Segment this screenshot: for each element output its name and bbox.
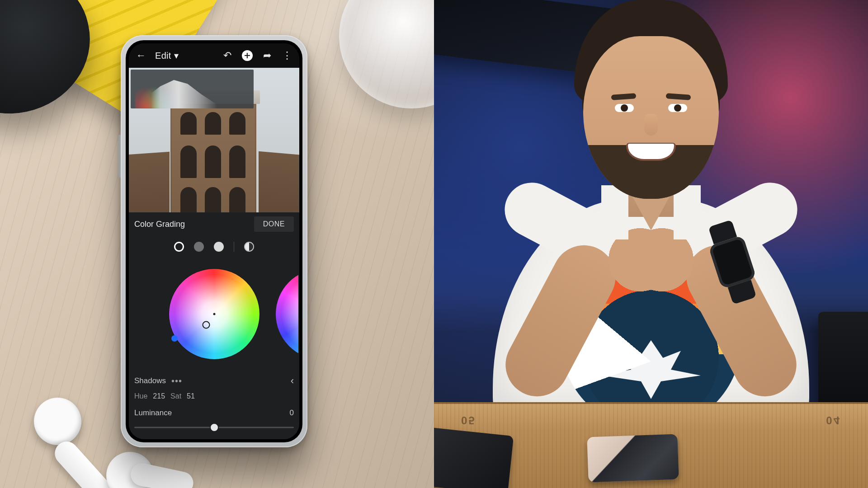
slider-thumb[interactable] — [210, 423, 219, 432]
eyebrow — [611, 93, 637, 100]
sat-label: Sat — [170, 392, 181, 400]
wood-table: 05 04 — [434, 402, 868, 488]
zone-more-icon[interactable]: ••• — [171, 376, 182, 386]
earbud-prop — [34, 398, 81, 445]
done-button[interactable]: DONE — [254, 216, 294, 232]
zone-separator — [234, 242, 235, 252]
glass-prop — [339, 0, 434, 108]
eye — [668, 104, 687, 112]
luminance-label: Luminance — [134, 408, 172, 418]
luminance-slider[interactable] — [134, 421, 294, 434]
eyebrow — [666, 93, 691, 100]
mouth — [626, 143, 676, 161]
wheel-center — [213, 313, 215, 315]
color-grading-panel: Color Grading DONE — [129, 212, 299, 439]
next-wheel-peek[interactable] — [276, 269, 298, 359]
preview-bg — [259, 151, 299, 212]
eye — [615, 104, 634, 112]
zone-name: Shadows — [134, 376, 166, 385]
hue-label: Hue — [134, 392, 147, 400]
hue-sat-readout: Hue 215 Sat 51 — [134, 389, 294, 403]
right-scene: 05 04 — [434, 0, 868, 488]
wheel-picker-handle[interactable] — [202, 321, 210, 329]
luminance-row: Luminance 0 — [134, 406, 294, 420]
phone-prop — [587, 434, 679, 483]
luminance-value: 0 — [290, 408, 294, 418]
undo-icon[interactable]: ↶ — [222, 50, 233, 61]
app-screen: ← Edit ▾ ↶ ➦ ⋮ — [129, 43, 299, 439]
zone-shadows[interactable] — [174, 242, 184, 252]
tablet-prop — [434, 426, 514, 488]
phone-device: ← Edit ▾ ↶ ➦ ⋮ — [121, 35, 307, 447]
table-number: 05 — [461, 414, 476, 427]
color-wheel[interactable] — [169, 269, 259, 359]
phone-bezel: ← Edit ▾ ↶ ➦ ⋮ — [126, 40, 302, 442]
back-icon[interactable]: ← — [135, 50, 147, 61]
chevron-down-icon: ▾ — [174, 50, 179, 61]
mode-label: Edit — [155, 51, 171, 61]
zone-global[interactable] — [244, 242, 254, 252]
nose — [644, 114, 658, 136]
collapse-icon[interactable]: ‹ — [291, 375, 294, 387]
wheel-hue-handle[interactable] — [171, 335, 178, 342]
sat-value: 51 — [187, 392, 195, 400]
zone-label-row: Shadows ••• ‹ — [134, 372, 294, 389]
image-preview[interactable] — [129, 68, 299, 212]
panel-title: Color Grading — [134, 220, 185, 229]
mode-dropdown[interactable]: Edit ▾ — [155, 50, 179, 61]
table-number: 04 — [826, 414, 841, 427]
head — [583, 36, 719, 199]
earbud-prop — [106, 452, 154, 488]
zone-midtones[interactable] — [194, 242, 204, 252]
left-scene: ← Edit ▾ ↶ ➦ ⋮ — [0, 0, 434, 488]
preview-subject — [170, 104, 256, 212]
histogram-overlay[interactable] — [131, 70, 254, 108]
presenter — [475, 0, 827, 434]
more-icon[interactable]: ⋮ — [281, 50, 293, 61]
add-icon[interactable] — [241, 50, 253, 61]
color-wheel-area — [134, 256, 294, 372]
hue-value: 215 — [153, 392, 165, 400]
tonal-zone-selector — [134, 238, 294, 256]
share-icon[interactable]: ➦ — [261, 50, 273, 61]
app-bar: ← Edit ▾ ↶ ➦ ⋮ — [129, 43, 299, 68]
zone-highlights[interactable] — [214, 242, 224, 252]
preview-bg — [129, 152, 170, 212]
